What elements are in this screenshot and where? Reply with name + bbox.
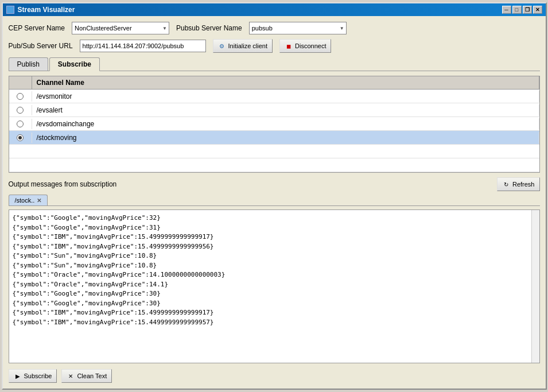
disconnect-button[interactable]: ◼ Disconnect <box>279 39 331 53</box>
cep-label: CEP Server Name <box>9 24 65 32</box>
output-section: Output messages from subscription ↻ Refr… <box>9 177 540 363</box>
url-row: Pub/Sub Server URL ⚙ Initialize client ◼… <box>9 39 540 53</box>
clean-text-button[interactable]: ✕ Clean Text <box>61 369 112 383</box>
radio-cell[interactable] <box>9 133 32 143</box>
refresh-button[interactable]: ↻ Refresh <box>497 177 540 191</box>
message-line: {"symbol":"IBM","movingAvgPrice":15.4999… <box>13 308 528 318</box>
message-line: {"symbol":"Google","movingAvgPrice":32} <box>13 214 528 223</box>
disconnect-icon: ◼ <box>285 42 293 50</box>
table-row-empty <box>9 158 539 172</box>
init-icon: ⚙ <box>218 42 226 50</box>
channel-name-cell: /stockmoving <box>32 132 539 143</box>
channel-name-col-header: Channel Name <box>32 76 539 89</box>
window-controls: ─ □ ❐ ✕ <box>502 6 542 14</box>
table-row[interactable]: /evsalert <box>9 103 539 117</box>
app-icon <box>6 6 14 14</box>
message-line: {"symbol":"Oracle","movingAvgPrice":14.1… <box>13 270 528 280</box>
refresh-icon: ↻ <box>502 180 510 188</box>
pubsub-select-wrapper: pubsub ▼ <box>249 22 347 34</box>
window-title: Stream Visualizer <box>18 6 75 14</box>
bottom-action-buttons: ▶ Subscribe ✕ Clean Text <box>9 368 540 383</box>
message-tab-label: /stock.. <box>15 197 35 204</box>
radio-button[interactable] <box>17 93 24 100</box>
message-output-area[interactable]: {"symbol":"Google","movingAvgPrice":32}{… <box>9 209 540 363</box>
maximize-button[interactable]: □ <box>512 6 522 14</box>
main-tabs: Publish Subscribe <box>9 57 540 71</box>
url-input[interactable] <box>80 40 206 52</box>
cep-server-select[interactable]: NonClusteredServer <box>72 22 169 34</box>
tab-subscribe[interactable]: Subscribe <box>49 57 100 71</box>
pubsub-label: Pubsub Server Name <box>176 24 242 32</box>
table-row[interactable]: /evsmonitor <box>9 90 539 103</box>
message-line: {"symbol":"Google","movingAvgPrice":31} <box>13 223 528 233</box>
message-tab[interactable]: /stock.. ✕ <box>9 195 48 205</box>
radio-cell[interactable] <box>9 119 32 129</box>
message-tab-close-icon[interactable]: ✕ <box>37 197 41 204</box>
channel-name-cell: /evsdomainchange <box>32 118 539 130</box>
radio-button-checked[interactable] <box>17 134 24 141</box>
title-bar: Stream Visualizer ─ □ ❐ ✕ <box>3 3 546 16</box>
initialize-client-button[interactable]: ⚙ Initialize client <box>213 39 273 53</box>
close-button[interactable]: ✕ <box>533 6 542 14</box>
output-label: Output messages from subscription <box>9 180 117 188</box>
message-line: {"symbol":"Google","movingAvgPrice":30} <box>13 289 528 299</box>
server-name-row: CEP Server Name NonClusteredServer ▼ Pub… <box>9 22 540 34</box>
radio-cell[interactable] <box>9 105 32 115</box>
channel-table: Channel Name /evsmonitor /evsalert /evsd… <box>9 76 540 173</box>
tab-publish[interactable]: Publish <box>9 57 48 71</box>
restore-button[interactable]: ❐ <box>523 6 532 14</box>
main-window: Stream Visualizer ─ □ ❐ ✕ CEP Server Nam… <box>2 2 547 390</box>
message-line: {"symbol":"IBM","movingAvgPrice":15.4999… <box>13 232 528 242</box>
table-row-empty <box>9 145 539 158</box>
table-row[interactable]: /evsdomainchange <box>9 117 539 131</box>
minimize-button[interactable]: ─ <box>502 6 511 14</box>
radio-col-header <box>9 76 32 89</box>
radio-button[interactable] <box>17 121 24 127</box>
message-line: {"symbol":"Sun","movingAvgPrice":10.8} <box>13 261 528 271</box>
pubsub-server-select[interactable]: pubsub <box>249 22 347 34</box>
subscribe-icon: ▶ <box>14 372 22 380</box>
cep-select-wrapper: NonClusteredServer ▼ <box>72 22 169 34</box>
radio-cell[interactable] <box>9 91 32 102</box>
message-line: {"symbol":"Google","movingAvgPrice":30} <box>13 299 528 309</box>
clean-text-icon: ✕ <box>67 372 75 380</box>
message-line: {"symbol":"IBM","movingAvgPrice":15.4499… <box>13 318 528 328</box>
message-line: {"symbol":"Sun","movingAvgPrice":10.8} <box>13 251 528 261</box>
message-line: {"symbol":"IBM","movingAvgPrice":15.4999… <box>13 242 528 252</box>
scrollbar[interactable] <box>531 210 539 363</box>
message-text-content[interactable]: {"symbol":"Google","movingAvgPrice":32}{… <box>9 210 531 363</box>
message-line: {"symbol":"Oracle","movingAvgPrice":14.1… <box>13 280 528 290</box>
message-tabs: /stock.. ✕ <box>9 195 540 206</box>
table-row-selected[interactable]: /stockmoving <box>9 131 539 145</box>
radio-button[interactable] <box>17 107 24 114</box>
output-header: Output messages from subscription ↻ Refr… <box>9 177 540 191</box>
channel-name-cell: /evsalert <box>32 104 539 116</box>
url-label: Pub/Sub Server URL <box>9 42 73 50</box>
channel-name-cell: /evsmonitor <box>32 91 539 102</box>
table-header-row: Channel Name <box>9 76 539 90</box>
content-area: CEP Server Name NonClusteredServer ▼ Pub… <box>3 16 546 389</box>
subscribe-button[interactable]: ▶ Subscribe <box>9 369 57 383</box>
